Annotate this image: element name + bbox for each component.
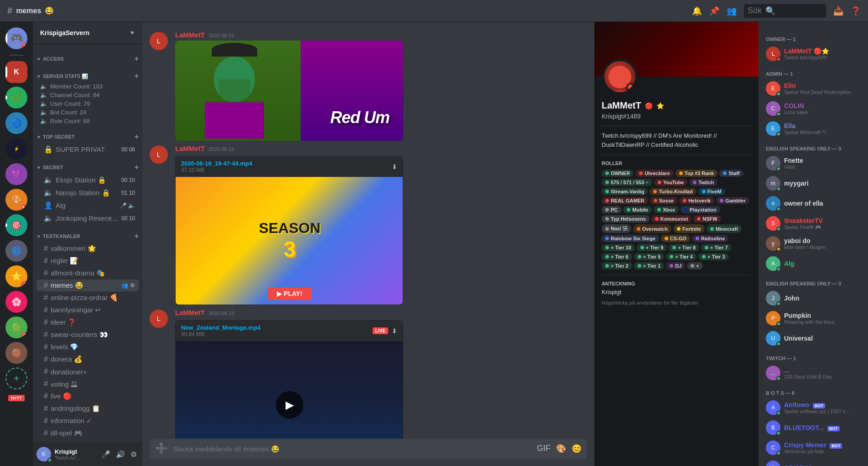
role-owner[interactable]: OWNER xyxy=(602,170,634,177)
server-icon-12[interactable]: 🟤 xyxy=(5,342,27,364)
server-name-bar[interactable]: KrispigaServern ▼ xyxy=(33,22,142,44)
current-user-avatar[interactable]: K xyxy=(36,447,51,461)
avatar-2[interactable]: L xyxy=(150,145,168,164)
author-3[interactable]: LaMMetT xyxy=(175,309,205,316)
server-icon-7[interactable]: 🎯 xyxy=(5,214,27,236)
settings-button[interactable]: ⚙ xyxy=(129,448,139,461)
role-typ[interactable]: Typ Helsovens xyxy=(602,215,650,223)
server-icon-11[interactable]: 🟢 5 xyxy=(5,316,27,338)
role-gambler[interactable]: Gambler xyxy=(716,197,749,204)
member-crispy-memer[interactable]: C Crispy Memer BOT Strömmar på help xyxy=(762,438,864,458)
server-icon-discord[interactable]: 🎮 1 xyxy=(5,27,27,49)
category-secret[interactable]: ▼ SECRET + xyxy=(33,156,142,173)
channel-pizza[interactable]: # online-pizza-ordrar 🍕 xyxy=(36,292,139,304)
member-fnette[interactable]: F Fnette Vibin xyxy=(762,153,864,173)
server-icon-2[interactable]: 🌿 xyxy=(5,87,27,109)
channel-eksjo[interactable]: 🔈 Eksjo Station 🔒 00 10 xyxy=(36,174,139,186)
role-twitch[interactable]: Twitch xyxy=(689,179,717,186)
role-ps[interactable]: Playstation xyxy=(681,206,720,213)
role-t1[interactable]: + Tier 1 xyxy=(634,262,665,269)
role-t4[interactable]: + Tier 4 xyxy=(666,253,696,260)
role-yt[interactable]: YouTube xyxy=(654,179,687,186)
server-icon-8[interactable]: 🌀 xyxy=(5,240,27,262)
channel-live[interactable]: # live 🔴 xyxy=(36,390,139,402)
role-csgo[interactable]: CS-GO xyxy=(661,235,690,242)
role-dj[interactable]: DJ xyxy=(666,262,685,269)
help-icon[interactable]: ❓ xyxy=(851,6,861,16)
member-owner-ella[interactable]: o owner of ella xyxy=(762,193,864,213)
add-channel-icon[interactable]: + xyxy=(135,55,139,63)
role-stream-vanlig[interactable]: Stream-Vanlig xyxy=(602,188,648,195)
role-t3[interactable]: + Tier 3 xyxy=(698,253,729,260)
gif-button[interactable]: GIF xyxy=(537,444,551,454)
download-icon-3[interactable]: ⬇ xyxy=(392,327,397,335)
member-bluetoot[interactable]: B BLUETOOT... BOT xyxy=(762,418,864,438)
role-xbox[interactable]: Xbox xyxy=(654,206,679,213)
server-icon-5[interactable]: 💜 xyxy=(5,163,27,185)
role-t10[interactable]: + Tier 10 xyxy=(602,244,635,251)
role-ratt[interactable]: Rattseline xyxy=(692,235,729,242)
member-elin[interactable]: E Elin Spelar Red Dead Redemption xyxy=(762,78,864,98)
add-topsecret-icon[interactable]: + xyxy=(135,133,139,141)
video-attachment-2[interactable]: 2020-08-19_19-47-44.mp4 37.10 MB ⬇ SEASO… xyxy=(175,156,403,305)
member-colin[interactable]: C COLIN Losa saker xyxy=(762,98,864,119)
server-icon-3[interactable]: 🔵 xyxy=(5,112,27,134)
role-fivem[interactable]: FiveM xyxy=(698,188,725,195)
role-xp[interactable]: 575 / 571 / 553 ~ xyxy=(602,179,652,186)
role-t8[interactable]: + Tier 8 xyxy=(669,244,699,251)
member-twitch-1[interactable]: ... ... 230 Days Until B-Day xyxy=(762,363,864,383)
notification-icon[interactable]: 🔔 xyxy=(692,6,702,16)
author-1[interactable]: LaMMetT xyxy=(175,31,205,39)
role-dev[interactable]: Utvecklare xyxy=(635,170,674,177)
role-komm[interactable]: Kommunist xyxy=(651,215,692,223)
deafen-button[interactable]: 🔊 xyxy=(114,448,127,461)
member-ella[interactable]: E Ella Spelar Minecraft ⛏ xyxy=(762,119,864,139)
role-sosse[interactable]: Sosse xyxy=(650,197,677,204)
server-icon-4[interactable]: ⚡ xyxy=(5,138,27,160)
role-ow[interactable]: Overwatch xyxy=(633,224,671,233)
channel-drama[interactable]: # allmont-drama 🎭 xyxy=(36,267,139,279)
inbox-icon[interactable]: 📥 xyxy=(833,6,843,16)
avatar-3[interactable]: L xyxy=(150,310,168,328)
role-pc[interactable]: PC xyxy=(602,206,621,213)
category-access[interactable]: ▼ ACCESS + xyxy=(33,47,142,65)
play-label[interactable]: ▶ PLAY! xyxy=(268,287,312,300)
channel-andringslogg[interactable]: # andringslogg 📋 xyxy=(36,403,139,414)
role-staff[interactable]: Staff xyxy=(719,170,743,177)
channel-valkommen[interactable]: # valkommen 🌟 xyxy=(36,243,139,254)
role-plus[interactable]: + xyxy=(687,262,702,269)
channel-memes[interactable]: # memes 😂 👥 ⚙ xyxy=(36,280,139,291)
category-top-secret[interactable]: ▼ TOP SECRET + xyxy=(33,125,142,143)
channel-levels[interactable]: # levels 💎 xyxy=(36,341,139,353)
member-universal[interactable]: U Universal xyxy=(762,328,864,348)
channel-donationer[interactable]: # donationer+ xyxy=(36,366,139,378)
video-attachment-3[interactable]: New_Zealand_Montage.mp4 40.64 MB LIVE ⬇ xyxy=(175,320,403,439)
member-antlowo[interactable]: A Antlowo BOT Spelar antlowo.xyz | 1587 … xyxy=(762,398,864,418)
role-fn[interactable]: Fortnite xyxy=(673,224,705,233)
sticker-button[interactable]: 🎨 xyxy=(556,444,566,454)
channel-regler[interactable]: # regler 📝 xyxy=(36,255,139,267)
member-pumpkin[interactable]: P Pumpkin Relaxing with the boys xyxy=(762,308,864,328)
message-input[interactable] xyxy=(173,440,531,458)
member-lammet[interactable]: L LaMMetT 🔴⭐ Twitch.tv/crispy699 xyxy=(762,44,864,64)
channel-nassjo[interactable]: 🔈 Nassjo Station 🔒 01 10 xyxy=(36,186,139,199)
profile-avatar[interactable] xyxy=(602,58,638,95)
role-helsverik[interactable]: Helsverik xyxy=(679,197,714,204)
role-r6[interactable]: Rainbow Six Siege xyxy=(602,235,659,242)
pin-icon[interactable]: 📌 xyxy=(709,6,719,16)
channel-alg[interactable]: 👤 Alg 🎤 🔈 xyxy=(36,199,139,212)
server-icon-add[interactable]: + xyxy=(5,368,27,389)
member-john[interactable]: J John xyxy=(762,288,864,308)
role-nazi[interactable]: Nazi 卐 xyxy=(602,224,631,233)
member-alg[interactable]: A Alg xyxy=(762,254,864,274)
role-t7[interactable]: + Tier 7 xyxy=(701,244,732,251)
add-attachment-button[interactable]: ➕ xyxy=(155,443,167,455)
server-icon-krispiga[interactable]: K xyxy=(5,61,27,83)
member-yaboi[interactable]: y yaboi do letar barn i skogen xyxy=(762,233,864,254)
members-icon[interactable]: 👥 xyxy=(727,6,737,16)
category-text[interactable]: ▼ TEXTKANALER + xyxy=(33,225,142,242)
role-mc[interactable]: Minecraft xyxy=(707,224,742,233)
role-t6[interactable]: + Tier 6 xyxy=(602,253,632,260)
add-stats-icon[interactable]: + xyxy=(135,72,139,80)
avatar-1[interactable]: L xyxy=(150,32,168,50)
